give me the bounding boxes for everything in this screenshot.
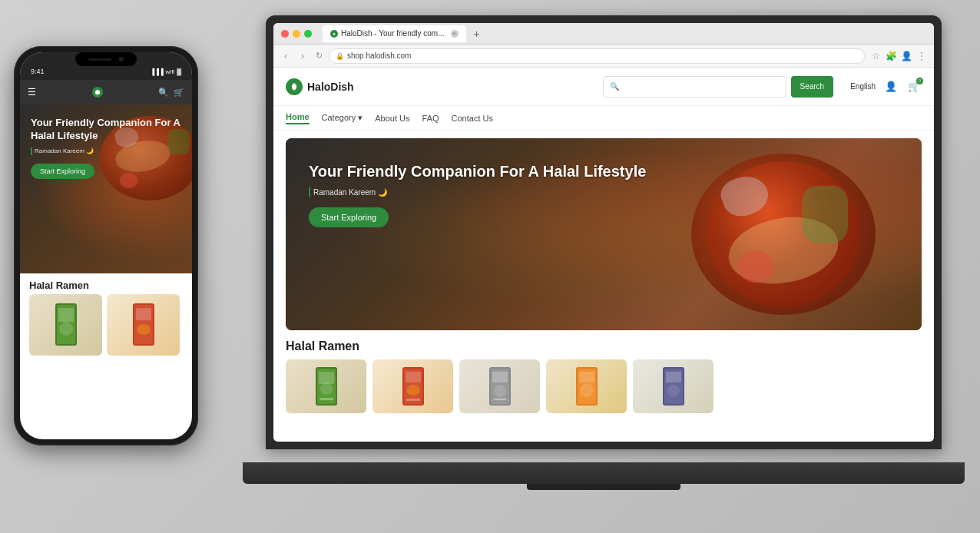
cart-icon[interactable]: 🛒 0 [906,79,922,94]
phone-hero-subtitle: Ramadan Kareem 🌙 [31,147,192,155]
maximize-window-button[interactable] [304,30,312,38]
nav-item-about[interactable]: About Us [375,114,409,123]
minimize-window-button[interactable] [293,30,300,38]
hero-title: Your Friendly Companion For A Halal Life… [309,161,646,181]
product-card-2[interactable] [372,359,453,413]
phone-cta-button[interactable]: Start Exploring [31,164,94,179]
phone-camera [119,57,124,61]
laptop-base [243,462,965,484]
svg-point-22 [667,385,680,397]
toolbar-actions: ☆ 🧩 👤 ⋮ [869,50,928,62]
nav-item-faq[interactable]: FAQ [422,114,439,123]
svg-rect-7 [406,372,421,382]
logo-text: HaloDish [307,81,354,93]
browser-titlebar: ● HaloDish - Your friendly com... × + [273,23,934,45]
svg-rect-25 [58,308,74,322]
battery-icon: ▓ [177,68,181,75]
site-nav: Home Category ▾ About Us FAQ Contact Us [273,106,934,131]
dynamic-island [75,52,137,66]
phone-hero: Your Friendly Companion For A Halal Life… [20,104,192,273]
account-icon[interactable]: 👤 [883,79,899,94]
language-selector[interactable]: English [850,82,876,91]
tab-title: HaloDish - Your friendly com... [341,29,445,38]
phone-product-row [20,294,192,356]
phone-product-card-1[interactable] [29,294,102,356]
scene: ● HaloDish - Your friendly com... × + ‹ … [0,0,980,533]
profile-icon[interactable]: 👤 [900,50,912,62]
site-header-right: English 👤 🛒 0 [850,79,922,94]
site-header: HaloDish 🔍 Search English 👤 [273,68,934,106]
wifi-icon: wifi [166,68,175,75]
svg-rect-21 [666,372,681,382]
product-card-4[interactable] [546,359,627,413]
phone-speaker [88,58,111,61]
svg-rect-2 [319,372,334,384]
product-card-1[interactable] [286,359,366,413]
svg-point-26 [59,322,73,336]
phone-product-image-2 [129,302,158,348]
search-icon: 🔍 [610,82,619,91]
product-image-2 [399,366,428,408]
site-logo: HaloDish [286,78,354,95]
refresh-button[interactable]: ↻ [313,51,324,61]
product-row [273,359,934,413]
phone-topbar: ☰ 🔍 🛒 [20,80,192,104]
site-search: 🔍 Search [603,76,833,98]
svg-rect-4 [319,398,333,400]
phone-section-title: Halal Ramen [20,273,192,294]
tomato-detail [737,250,774,283]
back-button[interactable]: ‹ [280,50,292,62]
hero-bowl-image [691,154,876,315]
nav-item-category[interactable]: Category ▾ [322,113,363,123]
product-image-4 [572,366,601,408]
product-card-5[interactable] [633,359,713,413]
phone-logo-area [92,87,103,98]
laptop-bezel: ● HaloDish - Your friendly com... × + ‹ … [273,23,934,442]
phone-subtitle-text: Ramadan Kareem 🌙 [35,147,94,154]
phone-search-icon[interactable]: 🔍 [158,88,169,98]
svg-rect-29 [136,308,151,320]
close-window-button[interactable] [281,30,289,38]
hero-content: Your Friendly Companion For A Halal Life… [309,161,646,227]
website-content: HaloDish 🔍 Search English 👤 [273,68,934,442]
more-options-icon[interactable]: ⋮ [915,50,928,62]
browser-tab[interactable]: ● HaloDish - Your friendly com... × [323,25,466,42]
cart-badge: 0 [916,78,923,84]
phone-product-card-2[interactable] [107,294,180,356]
hero-subtitle: Ramadan Kareem 🌙 [309,187,646,197]
svg-point-3 [320,382,333,395]
new-tab-button[interactable]: + [471,28,483,40]
svg-point-8 [406,385,420,396]
hero-cta-button[interactable]: Start Exploring [309,207,389,227]
address-bar[interactable]: 🔒 shop.halodish.com [329,48,865,64]
phone-time: 9:41 [31,68,45,75]
logo-icon [286,78,303,95]
phone-menu-icon[interactable]: ☰ [28,87,36,98]
phone-logo-icon [92,87,103,98]
search-input-wrap[interactable]: 🔍 [603,76,786,98]
phone-subtitle-bar [31,147,32,155]
svg-rect-14 [494,399,506,400]
extensions-icon[interactable]: 🧩 [885,50,897,62]
nav-item-home[interactable]: Home [286,112,310,124]
browser-toolbar: ‹ › ↻ 🔒 shop.halodish.com ☆ 🧩 👤 ⋮ [273,45,934,68]
url-text: shop.halodish.com [347,51,411,60]
phone-product-image-1 [51,302,81,348]
forward-button[interactable]: › [296,50,309,62]
hero-banner: Your Friendly Companion For A Halal Life… [286,138,922,330]
section-title: Halal Ramen [286,339,922,353]
tab-favicon: ● [330,30,338,38]
product-card-3[interactable] [459,359,540,413]
nav-item-contact[interactable]: Contact Us [452,114,493,123]
phone-action-icons: 🔍 🛒 [158,88,184,98]
product-image-5 [659,366,688,408]
search-button[interactable]: Search [791,76,834,98]
phone-hero-content: Your Friendly Companion For A Halal Life… [31,117,192,179]
browser: ● HaloDish - Your friendly com... × + ‹ … [273,23,934,442]
phone-status-icons: ▐▐▐ wifi ▓ [151,68,181,75]
tab-close-button[interactable]: × [451,30,459,38]
phone: 9:41 ▐▐▐ wifi ▓ ☰ 🔍 [14,46,198,445]
phone-screen: 9:41 ▐▐▐ wifi ▓ ☰ 🔍 [20,52,192,439]
bookmark-icon[interactable]: ☆ [869,50,882,62]
phone-cart-icon[interactable]: 🛒 [174,88,184,98]
